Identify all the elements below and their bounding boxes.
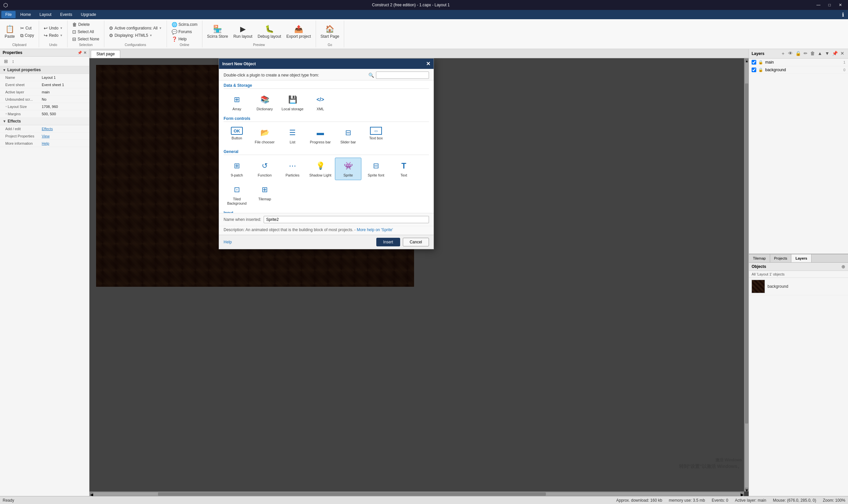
select-all-button[interactable]: ⊡ Select All [70, 29, 101, 35]
plugin-list[interactable]: ☰ List [279, 125, 306, 147]
layer-background-row[interactable]: 🔒 background 0 [749, 66, 848, 74]
maximize-button[interactable]: □ [826, 2, 833, 8]
layers-delete-btn[interactable]: 🗑 [809, 50, 816, 57]
help-info-btn[interactable]: ℹ [842, 12, 844, 18]
cancel-button[interactable]: Cancel [403, 238, 429, 246]
displaying-button[interactable]: ⚙ Displaying: HTML5 ▼ [107, 32, 164, 39]
forums-icon: 💬 [172, 29, 177, 34]
effects-link[interactable]: Effects [42, 127, 53, 131]
menu-item-file[interactable]: File [1, 11, 16, 18]
description-help-link[interactable]: More help on 'Sprite' [357, 228, 393, 232]
tab-start-page[interactable]: Start page [91, 50, 120, 58]
layers-close-btn[interactable]: ✕ [840, 50, 845, 57]
minimize-button[interactable]: — [814, 2, 823, 8]
properties-toolbar: ⊞ ↕ [0, 57, 89, 66]
plugin-text-box[interactable]: ▭ Text box [363, 125, 389, 147]
menu-item-upgrade[interactable]: Upgrade [77, 11, 100, 18]
select-none-button[interactable]: ⊟ Select None [70, 36, 101, 42]
paste-button[interactable]: 📋 Paste [3, 23, 17, 40]
margins-expand[interactable]: + [5, 112, 7, 115]
active-config-button[interactable]: ⚙ Active configurations: All ▼ [107, 25, 164, 32]
object-thumb-background [752, 280, 765, 293]
run-layout-button[interactable]: ▶ Run layout [231, 23, 254, 40]
layout-properties-header[interactable]: ▼ Layout properties [0, 66, 89, 74]
insert-button[interactable]: Insert [376, 238, 400, 246]
plugin-shadow-light[interactable]: 💡 Shadow Light [307, 158, 334, 180]
tab-layers[interactable]: Layers [791, 254, 811, 262]
plugin-9patch[interactable]: ⊞ 9-patch [224, 158, 250, 180]
delete-button[interactable]: 🗑 Delete [70, 21, 101, 28]
layer-main-checkbox[interactable] [752, 60, 756, 65]
plugin-local-storage[interactable]: 💾 Local storage [279, 91, 306, 113]
menu-item-events[interactable]: Events [56, 11, 76, 18]
plugin-text[interactable]: T Text [391, 158, 417, 180]
slider-bar-icon: ⊟ [342, 127, 354, 139]
objects-title: Objects [752, 264, 766, 269]
dictionary-icon: 📚 [259, 94, 271, 106]
start-page-button[interactable]: 🏠 Start Page [319, 23, 341, 40]
tab-tilemap[interactable]: Tilemap [749, 254, 770, 262]
dialog-description: Double-click a plugin to create a new ob… [224, 73, 319, 77]
plugin-button[interactable]: OK Button [224, 125, 250, 147]
undo-button[interactable]: ↩ Undo ▼ [42, 25, 65, 32]
prop-alpha-view-btn[interactable]: ↕ [11, 58, 16, 65]
layers-down-btn[interactable]: ▼ [824, 50, 830, 57]
plugin-xml[interactable]: </> XML [307, 91, 334, 113]
menu-item-home[interactable]: Home [16, 11, 35, 18]
properties-close-button[interactable]: ✕ [84, 51, 86, 55]
category-title-general: General [224, 149, 429, 155]
tab-projects[interactable]: Projects [770, 254, 792, 262]
layers-edit-btn[interactable]: ✏ [802, 50, 809, 57]
file-chooser-icon: 📂 [259, 127, 271, 139]
canvas-viewport[interactable]: ◀ ▶ ▲ ▼ Insert New Object ✕ [89, 58, 749, 496]
help-link[interactable]: Help [42, 141, 49, 145]
dialog-search-input[interactable] [376, 72, 429, 79]
copy-icon: ⧉ [20, 33, 23, 38]
object-item-background[interactable]: background [749, 278, 848, 295]
layers-pin-btn[interactable]: 📌 [831, 50, 839, 57]
layers-add-btn[interactable]: ＋ [780, 50, 787, 57]
close-button[interactable]: ✕ [836, 2, 845, 8]
debug-layout-button[interactable]: 🐛 Debug layout [256, 23, 283, 40]
cut-button[interactable]: ✂ Cut [18, 25, 36, 32]
view-link[interactable]: View [42, 134, 50, 138]
plugin-particles[interactable]: ⋯ Particles [279, 158, 306, 180]
prop-category-view-btn[interactable]: ⊞ [3, 58, 9, 65]
copy-button[interactable]: ⧉ Copy [18, 32, 36, 39]
help-icon: ❓ [172, 36, 177, 42]
effects-section-header[interactable]: ▼ Effects [0, 118, 89, 125]
plugin-sprite-font[interactable]: ⊟ Sprite font [363, 158, 389, 180]
plugin-array[interactable]: ⊞ Array [224, 91, 250, 113]
export-project-button[interactable]: 📤 Export project [284, 23, 313, 40]
dialog-close-button[interactable]: ✕ [426, 60, 430, 67]
layer-background-checkbox[interactable] [752, 68, 756, 72]
plugin-sprite[interactable]: 👾 Sprite [335, 158, 361, 180]
plugin-slider-bar[interactable]: ⊟ Slider bar [335, 125, 361, 147]
scirra-button[interactable]: 🌐 Scirra.com [170, 21, 199, 28]
layers-up-btn[interactable]: ▲ [816, 50, 823, 57]
layers-visibility-btn[interactable]: 👁 [787, 50, 794, 57]
plugin-function[interactable]: ↺ Function [251, 158, 278, 180]
scirra-store-button[interactable]: 🏪 Scirra Store [205, 23, 230, 40]
redo-button[interactable]: ↪ Redo ▼ [42, 32, 65, 39]
category-general: General ⊞ 9-patch ↺ Function [224, 149, 429, 208]
layer-main-row[interactable]: 🔒 main 1 [749, 59, 848, 66]
plugin-file-chooser[interactable]: 📂 File chooser [251, 125, 278, 147]
objects-search-btn[interactable]: ⊕ [841, 264, 845, 269]
plugin-tiled-background[interactable]: ⊡ Tiled Background [224, 181, 250, 208]
plugin-tilemap[interactable]: ⊞ Tilemap [251, 181, 278, 208]
properties-pin-button[interactable]: 📌 [77, 51, 82, 55]
dialog-help-link[interactable]: Help [224, 240, 232, 245]
layout-size-expand[interactable]: + [5, 105, 7, 108]
menu-item-layout[interactable]: Layout [35, 11, 55, 18]
layers-lock-btn[interactable]: 🔒 [794, 50, 802, 57]
name-input[interactable] [264, 216, 429, 223]
dialog-content[interactable]: Data & Storage ⊞ Array 📚 Dictionary [219, 80, 434, 213]
tilemap-icon: ⊞ [259, 184, 271, 196]
plugin-progress-bar[interactable]: ▬ Progress bar [307, 125, 334, 147]
tiled-background-label: Tiled Background [225, 197, 248, 205]
plugin-dictionary[interactable]: 📚 Dictionary [251, 91, 278, 113]
help-button[interactable]: ❓ Help [170, 36, 199, 42]
category-data-storage: Data & Storage ⊞ Array 📚 Dictionary [224, 83, 429, 113]
forums-button[interactable]: 💬 Forums [170, 29, 199, 35]
